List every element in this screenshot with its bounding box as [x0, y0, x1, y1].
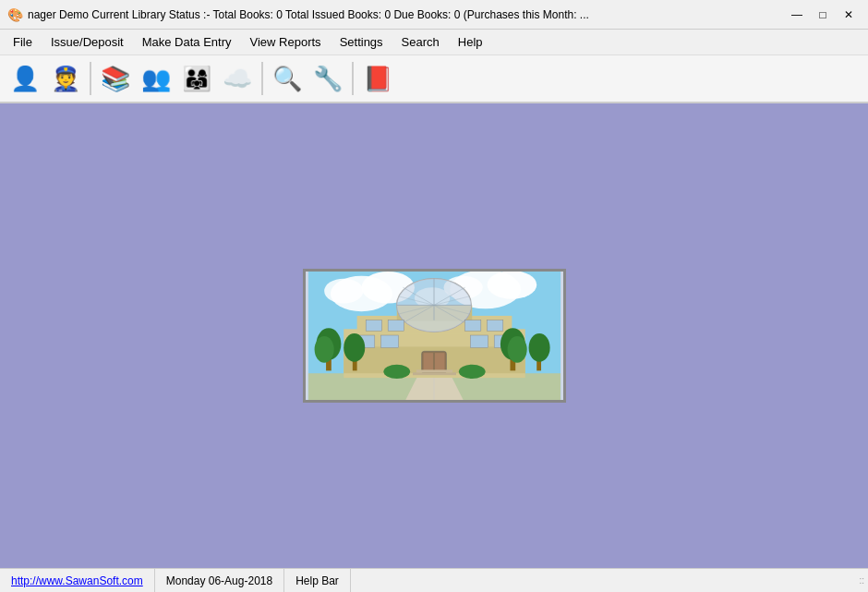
svg-rect-32 [423, 353, 433, 371]
svg-rect-35 [416, 369, 452, 372]
status-link-section: http://www.SawanSoft.com [0, 569, 155, 592]
menu-bar: File Issue/Deposit Make Data Entry View … [0, 30, 868, 55]
toolbar-books-button[interactable]: 📚 [96, 58, 135, 99]
svg-rect-34 [413, 372, 456, 375]
svg-point-40 [344, 333, 365, 362]
maximize-button[interactable]: □ [811, 6, 835, 24]
svg-point-43 [507, 336, 526, 363]
status-help-section: Help Bar [284, 569, 351, 592]
status-date: Monday 06-Aug-2018 [166, 574, 272, 587]
menu-file[interactable]: File [4, 31, 42, 53]
svg-point-38 [314, 336, 333, 363]
main-content [0, 103, 868, 568]
menu-make-data-entry[interactable]: Make Data Entry [133, 31, 241, 53]
svg-rect-29 [470, 335, 488, 347]
svg-point-47 [458, 365, 485, 379]
menu-view-reports[interactable]: View Reports [241, 31, 331, 53]
toolbar-search-button[interactable]: 🔍 [268, 58, 307, 99]
svg-rect-23 [366, 320, 381, 332]
toolbar-members-button[interactable]: 👥 [137, 58, 175, 99]
toolbar-exit-button[interactable]: 📕 [358, 58, 397, 99]
svg-rect-25 [464, 320, 480, 332]
minimize-button[interactable]: — [785, 6, 809, 24]
svg-rect-28 [380, 335, 398, 347]
close-button[interactable]: ✕ [837, 6, 861, 24]
toolbar-family-button[interactable]: 👨‍👩‍👧 [177, 58, 216, 99]
svg-point-45 [528, 333, 549, 362]
status-help: Help Bar [295, 574, 339, 587]
svg-rect-26 [487, 320, 502, 332]
building-image [303, 269, 566, 403]
toolbar-separator-3 [352, 62, 354, 95]
toolbar-separator-1 [90, 62, 91, 95]
toolbar-settings-button[interactable]: 🔧 [308, 58, 347, 99]
website-link[interactable]: http://www.SawanSoft.com [11, 574, 143, 587]
toolbar-cloud-button[interactable]: ☁️ [218, 58, 257, 99]
window-controls: — □ ✕ [785, 6, 861, 24]
svg-point-3 [324, 279, 363, 304]
toolbar: 👤 👮 📚 👥 👨‍👩‍👧 ☁️ 🔍 🔧 📕 [0, 55, 868, 103]
svg-rect-33 [434, 353, 444, 371]
title-text: nager Demo Current Library Status :- Tot… [28, 8, 785, 21]
toolbar-officer-button[interactable]: 👮 [46, 58, 85, 99]
menu-issue-deposit[interactable]: Issue/Deposit [42, 31, 133, 53]
status-bar: http://www.SawanSoft.com Monday 06-Aug-2… [0, 568, 868, 592]
resize-grip: :: [859, 575, 868, 586]
svg-point-46 [383, 365, 410, 379]
menu-search[interactable]: Search [392, 31, 449, 53]
status-date-section: Monday 06-Aug-2018 [155, 569, 284, 592]
toolbar-user1-button[interactable]: 👤 [6, 58, 44, 99]
svg-point-5 [487, 272, 536, 299]
menu-help[interactable]: Help [449, 31, 492, 53]
app-icon: 🎨 [7, 7, 22, 22]
menu-settings[interactable]: Settings [331, 31, 392, 53]
svg-rect-24 [388, 320, 404, 332]
building-svg [306, 272, 563, 400]
toolbar-separator-2 [261, 62, 263, 95]
title-bar: 🎨 nager Demo Current Library Status :- T… [0, 0, 868, 30]
